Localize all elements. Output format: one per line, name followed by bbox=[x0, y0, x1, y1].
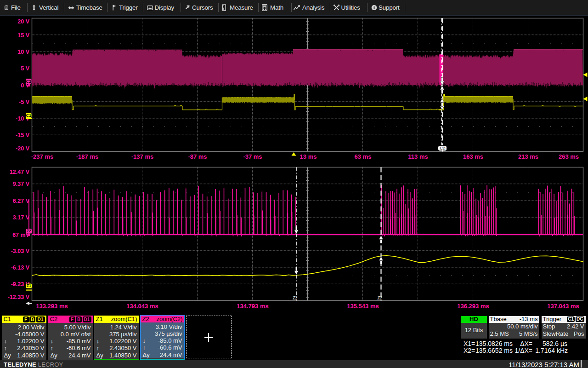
svg-text:-187 ms: -187 ms bbox=[76, 153, 98, 160]
svg-text:Z1: Z1 bbox=[27, 283, 31, 288]
svg-text:3.17 V: 3.17 V bbox=[13, 214, 30, 221]
svg-text:-237 ms: -237 ms bbox=[31, 153, 53, 160]
svg-text:113 ms: 113 ms bbox=[408, 153, 428, 160]
svg-text:15 V: 15 V bbox=[17, 32, 29, 39]
svg-text:Z2: Z2 bbox=[377, 296, 382, 300]
svg-text:135.543 ms: 135.543 ms bbox=[347, 303, 379, 310]
svg-text:213 ms: 213 ms bbox=[518, 153, 538, 160]
svg-text:13 ms: 13 ms bbox=[300, 153, 317, 160]
svg-text:C2: C2 bbox=[26, 79, 31, 84]
svg-text:-5 V: -5 V bbox=[19, 99, 30, 105]
svg-text:6.27 V: 6.27 V bbox=[13, 198, 30, 204]
svg-text:133.293 ms: 133.293 ms bbox=[36, 303, 68, 310]
svg-text:263 ms: 263 ms bbox=[559, 153, 579, 160]
svg-text:Z2: Z2 bbox=[293, 296, 297, 300]
svg-text:12.47 V: 12.47 V bbox=[10, 169, 30, 175]
svg-text:-12.33 V: -12.33 V bbox=[8, 294, 30, 300]
svg-text:134.793 ms: 134.793 ms bbox=[237, 303, 268, 310]
svg-text:-3.03 V: -3.03 V bbox=[11, 248, 30, 254]
svg-text:163 ms: 163 ms bbox=[463, 153, 483, 160]
svg-text:134.043 ms: 134.043 ms bbox=[126, 303, 158, 310]
svg-text:-137 ms: -137 ms bbox=[131, 153, 153, 160]
svg-text:C1: C1 bbox=[26, 113, 31, 118]
svg-text:-15 V: -15 V bbox=[16, 132, 30, 138]
svg-text:Z2: Z2 bbox=[27, 229, 31, 233]
svg-text:-37 ms: -37 ms bbox=[243, 153, 262, 160]
svg-text:-87 ms: -87 ms bbox=[188, 153, 207, 160]
svg-text:C2: C2 bbox=[440, 146, 445, 150]
svg-text:-20 V: -20 V bbox=[16, 145, 30, 152]
svg-text:10 V: 10 V bbox=[17, 49, 29, 55]
svg-text:63 ms: 63 ms bbox=[355, 153, 372, 160]
svg-text:9.37 V: 9.37 V bbox=[13, 181, 30, 187]
svg-text:136.293 ms: 136.293 ms bbox=[457, 303, 489, 310]
svg-text:137.043 ms: 137.043 ms bbox=[547, 303, 579, 310]
svg-text:5 V: 5 V bbox=[21, 65, 29, 72]
svg-text:-6.13 V: -6.13 V bbox=[11, 264, 30, 271]
svg-text:20 V: 20 V bbox=[17, 18, 29, 25]
